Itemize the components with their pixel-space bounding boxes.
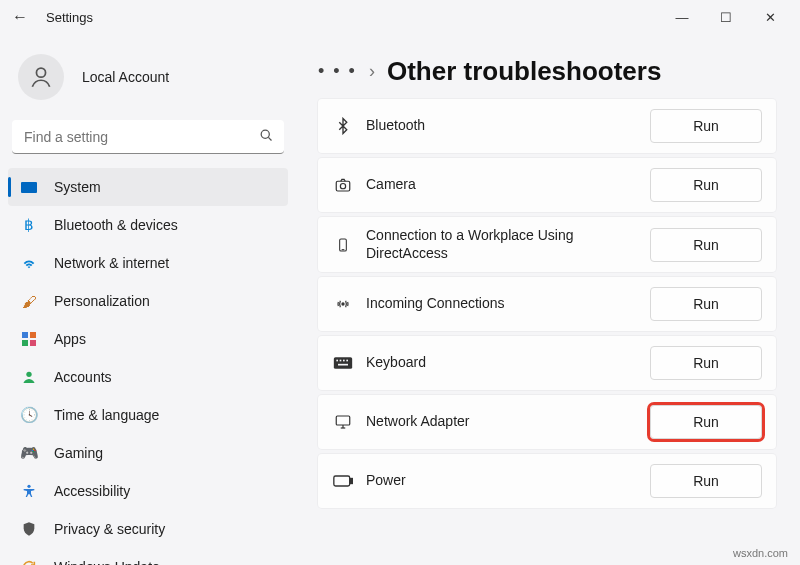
maximize-button[interactable]: ☐ (704, 2, 748, 32)
sidebar-item-label: Accessibility (54, 483, 130, 499)
watermark: wsxdn.com (733, 547, 788, 559)
close-button[interactable]: ✕ (748, 2, 792, 32)
breadcrumb-more[interactable]: • • • (318, 61, 357, 82)
gaming-icon: 🎮 (18, 442, 40, 464)
nav-list: System ฿Bluetooth & devices Network & in… (8, 168, 288, 565)
shield-icon (18, 518, 40, 540)
sidebar-item-time-language[interactable]: 🕓Time & language (8, 396, 288, 434)
update-icon (18, 556, 40, 565)
troubleshooter-keyboard: Keyboard Run (318, 336, 776, 390)
clock-icon: 🕓 (18, 404, 40, 426)
search-icon (259, 128, 274, 146)
svg-point-3 (26, 372, 31, 377)
svg-rect-14 (346, 360, 348, 362)
sidebar-item-label: Bluetooth & devices (54, 217, 178, 233)
bluetooth-icon: ฿ (18, 214, 40, 236)
bluetooth-icon (326, 117, 360, 135)
troubleshooter-network-adapter: Network Adapter Run (318, 395, 776, 449)
sidebar-item-network-internet[interactable]: Network & internet (8, 244, 288, 282)
search-wrap (12, 120, 284, 154)
troubleshooter-label: Power (360, 472, 650, 490)
sidebar-item-accessibility[interactable]: Accessibility (8, 472, 288, 510)
sidebar-item-label: Personalization (54, 293, 150, 309)
chevron-right-icon: › (369, 61, 375, 82)
profile-block[interactable]: Local Account (8, 44, 288, 120)
svg-rect-5 (336, 181, 350, 191)
troubleshooter-workplace-directaccess: Connection to a Workplace Using DirectAc… (318, 217, 776, 272)
troubleshooter-label: Incoming Connections (360, 295, 650, 313)
run-button[interactable]: Run (650, 346, 762, 380)
svg-rect-19 (334, 476, 350, 486)
window-title: Settings (46, 10, 93, 25)
svg-point-9 (342, 303, 344, 305)
sidebar-item-accounts[interactable]: Accounts (8, 358, 288, 396)
sidebar-item-gaming[interactable]: 🎮Gaming (8, 434, 288, 472)
breadcrumb: • • • › Other troubleshooters (318, 56, 776, 87)
svg-rect-13 (343, 360, 345, 362)
svg-rect-16 (336, 416, 350, 425)
account-name: Local Account (82, 69, 169, 85)
sidebar-item-system[interactable]: System (8, 168, 288, 206)
troubleshooter-label: Network Adapter (360, 413, 650, 431)
apps-icon (18, 328, 40, 350)
page-title: Other troubleshooters (387, 56, 661, 87)
brush-icon: 🖌 (18, 290, 40, 312)
svg-rect-15 (338, 364, 348, 366)
sidebar-item-apps[interactable]: Apps (8, 320, 288, 358)
svg-rect-12 (340, 360, 342, 362)
camera-icon (326, 176, 360, 194)
run-button[interactable]: Run (650, 464, 762, 498)
sidebar-item-label: Windows Update (54, 559, 160, 565)
svg-point-4 (27, 485, 30, 488)
monitor-icon (326, 413, 360, 431)
sidebar-item-bluetooth-devices[interactable]: ฿Bluetooth & devices (8, 206, 288, 244)
run-button[interactable]: Run (650, 109, 762, 143)
workplace-icon (326, 235, 360, 255)
troubleshooter-label: Connection to a Workplace Using DirectAc… (360, 227, 650, 262)
run-button[interactable]: Run (650, 228, 762, 262)
svg-point-1 (261, 130, 269, 138)
wifi-icon (18, 252, 40, 274)
battery-icon (326, 475, 360, 487)
sidebar-item-label: Time & language (54, 407, 159, 423)
back-button[interactable]: ← (8, 8, 32, 26)
sidebar-item-privacy-security[interactable]: Privacy & security (8, 510, 288, 548)
sidebar-item-label: Network & internet (54, 255, 169, 271)
svg-rect-10 (334, 357, 352, 369)
troubleshooter-incoming-connections: Incoming Connections Run (318, 277, 776, 331)
troubleshooter-bluetooth: Bluetooth Run (318, 99, 776, 153)
troubleshooter-label: Bluetooth (360, 117, 650, 135)
svg-point-6 (340, 184, 345, 189)
sidebar-item-label: System (54, 179, 101, 195)
accessibility-icon (18, 480, 40, 502)
svg-line-2 (268, 137, 271, 140)
person-icon (28, 64, 54, 90)
troubleshooter-label: Keyboard (360, 354, 650, 372)
search-input[interactable] (12, 120, 284, 154)
display-icon (18, 176, 40, 198)
sidebar-item-personalization[interactable]: 🖌Personalization (8, 282, 288, 320)
sidebar-item-label: Accounts (54, 369, 112, 385)
troubleshooter-camera: Camera Run (318, 158, 776, 212)
troubleshooter-label: Camera (360, 176, 650, 194)
sidebar-item-label: Privacy & security (54, 521, 165, 537)
minimize-button[interactable]: — (660, 2, 704, 32)
main-content: • • • › Other troubleshooters Bluetooth … (296, 34, 800, 565)
svg-rect-11 (336, 360, 338, 362)
keyboard-icon (326, 356, 360, 370)
troubleshooter-power: Power Run (318, 454, 776, 508)
svg-rect-20 (351, 479, 353, 484)
signal-icon (326, 296, 360, 312)
svg-point-0 (36, 68, 45, 77)
sidebar-item-label: Gaming (54, 445, 103, 461)
account-icon (18, 366, 40, 388)
sidebar-item-windows-update[interactable]: Windows Update (8, 548, 288, 565)
avatar (18, 54, 64, 100)
run-button[interactable]: Run (650, 168, 762, 202)
sidebar-item-label: Apps (54, 331, 86, 347)
run-button[interactable]: Run (650, 287, 762, 321)
troubleshooter-list: Bluetooth Run Camera Run Connection to a… (318, 99, 776, 508)
run-button[interactable]: Run (650, 405, 762, 439)
titlebar: ← Settings — ☐ ✕ (0, 0, 800, 34)
sidebar: Local Account System ฿Bluetooth & device… (0, 34, 296, 565)
